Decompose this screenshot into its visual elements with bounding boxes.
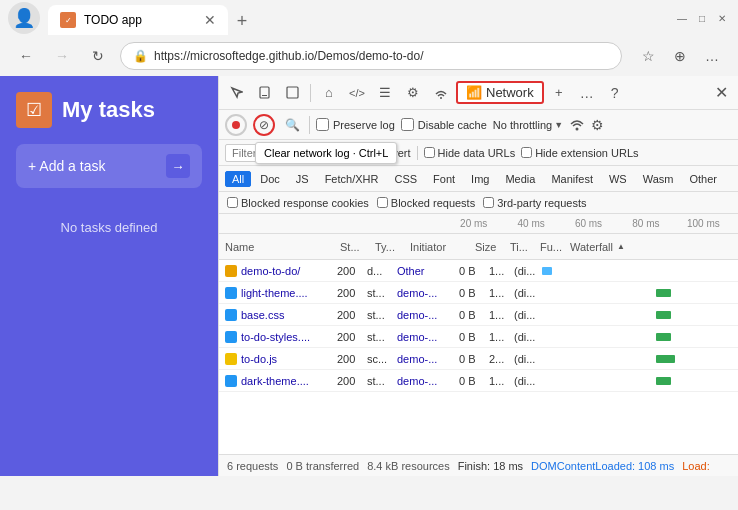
- profile-button[interactable]: 👤: [8, 2, 40, 34]
- row-time: 1...: [489, 331, 514, 343]
- devtools-more-button[interactable]: …: [574, 80, 600, 106]
- devtools-help-button[interactable]: ?: [602, 80, 628, 106]
- table-row[interactable]: to-do.js200sc...demo-...0 B2...(di...: [219, 348, 738, 370]
- table-row[interactable]: dark-theme....200st...demo-...0 B1...(di…: [219, 370, 738, 392]
- hide-data-urls-label: Hide data URLs: [438, 147, 516, 159]
- no-tasks-label: No tasks defined: [16, 220, 202, 235]
- col-header-waterfall[interactable]: Waterfall ▲: [570, 241, 732, 253]
- devtools-performance-icon[interactable]: ⚙: [400, 80, 426, 106]
- row-status: 200: [337, 265, 367, 277]
- clear-log-button[interactable]: ⊘: [253, 114, 275, 136]
- table-header: Name St... Ty... Initiator Size Ti... Fu…: [219, 234, 738, 260]
- disable-cache-input[interactable]: [401, 118, 414, 131]
- forward-button[interactable]: →: [48, 42, 76, 70]
- preserve-log-label: Preserve log: [333, 119, 395, 131]
- add-task-label: + Add a task: [28, 158, 105, 174]
- blocked-response-cookies-checkbox[interactable]: Blocked response cookies: [227, 197, 369, 209]
- back-button[interactable]: ←: [12, 42, 40, 70]
- devtools-add-tab-icon[interactable]: +: [546, 80, 572, 106]
- hide-data-urls-input[interactable]: [424, 147, 435, 158]
- blocked-requests-checkbox[interactable]: Blocked requests: [377, 197, 475, 209]
- more-button[interactable]: …: [698, 42, 726, 70]
- type-tab-doc[interactable]: Doc: [253, 171, 287, 187]
- col-header-name[interactable]: Name: [225, 241, 340, 253]
- type-tab-img[interactable]: Img: [464, 171, 496, 187]
- svg-rect-2: [287, 87, 298, 98]
- row-status: 200: [337, 375, 367, 387]
- throttle-selector[interactable]: No throttling ▼: [493, 119, 563, 131]
- new-tab-button[interactable]: +: [228, 7, 256, 35]
- table-row[interactable]: base.css200st...demo-...0 B1...(di...: [219, 304, 738, 326]
- url-bar[interactable]: 🔒 https://microsoftedge.github.io/Demos/…: [120, 42, 622, 70]
- col-header-initiator[interactable]: Initiator: [410, 241, 475, 253]
- devtools-home-icon[interactable]: ⌂: [316, 80, 342, 106]
- svg-rect-0: [260, 87, 269, 98]
- blocked-requests-label: Blocked requests: [391, 197, 475, 209]
- row-type: st...: [367, 287, 397, 299]
- collections-button[interactable]: ⊕: [666, 42, 694, 70]
- col-header-status[interactable]: St...: [340, 241, 375, 253]
- type-tab-media[interactable]: Media: [498, 171, 542, 187]
- online-indicator-icon[interactable]: [569, 115, 585, 134]
- devtools-source-icon[interactable]: </>: [344, 80, 370, 106]
- hide-extension-urls-input[interactable]: [521, 147, 532, 158]
- window-controls: — □ ✕: [674, 10, 730, 26]
- table-row[interactable]: light-theme....200st...demo-...0 B1...(d…: [219, 282, 738, 304]
- sort-arrow-icon: ▲: [617, 242, 625, 251]
- transferred-size: 0 B transferred: [286, 460, 359, 472]
- timeline-label: 60 ms: [560, 218, 617, 229]
- row-file-icon: [225, 331, 237, 343]
- type-tab-ws[interactable]: WS: [602, 171, 634, 187]
- blocked-cookies-label: Blocked response cookies: [241, 197, 369, 209]
- col-header-size[interactable]: Size: [475, 241, 510, 253]
- timeline-labels: 20 ms40 ms60 ms80 ms100 ms: [445, 218, 732, 229]
- blocked-requests-input[interactable]: [377, 197, 388, 208]
- row-type: st...: [367, 375, 397, 387]
- filter-icon[interactable]: 🔍: [281, 114, 303, 136]
- preserve-log-input[interactable]: [316, 118, 329, 131]
- blocked-cookies-input[interactable]: [227, 197, 238, 208]
- type-tab-all[interactable]: All: [225, 171, 251, 187]
- add-task-button[interactable]: + Add a task →: [16, 144, 202, 188]
- table-row[interactable]: to-do-styles....200st...demo-...0 B1...(…: [219, 326, 738, 348]
- browser-tab[interactable]: ✓ TODO app ✕: [48, 5, 228, 35]
- hide-extension-urls-label: Hide extension URLs: [535, 147, 638, 159]
- timeline-label: 80 ms: [617, 218, 674, 229]
- network-tab-icon: 📶: [466, 85, 482, 100]
- network-settings-icon[interactable]: ⚙: [591, 117, 604, 133]
- table-row[interactable]: demo-to-do/200d...Other0 B1...(di...: [219, 260, 738, 282]
- row-waterfall: [542, 308, 732, 322]
- type-tab-fetchxhr[interactable]: Fetch/XHR: [318, 171, 386, 187]
- tab-close-button[interactable]: ✕: [204, 12, 216, 28]
- preserve-log-checkbox[interactable]: Preserve log: [316, 118, 395, 131]
- disable-cache-checkbox[interactable]: Disable cache: [401, 118, 487, 131]
- third-party-input[interactable]: [483, 197, 494, 208]
- devtools-device-icon[interactable]: [251, 80, 277, 106]
- record-button[interactable]: [225, 114, 247, 136]
- devtools-wifi-icon[interactable]: [428, 80, 454, 106]
- col-header-fu[interactable]: Fu...: [540, 241, 570, 253]
- type-tab-font[interactable]: Font: [426, 171, 462, 187]
- maximize-button[interactable]: □: [694, 10, 710, 26]
- devtools-elements-icon[interactable]: [279, 80, 305, 106]
- type-tab-wasm[interactable]: Wasm: [636, 171, 681, 187]
- type-tab-manifest[interactable]: Manifest: [544, 171, 600, 187]
- hide-data-urls-checkbox[interactable]: Hide data URLs: [424, 147, 516, 159]
- devtools-inspect-icon[interactable]: [223, 80, 249, 106]
- devtools-console-icon[interactable]: ☰: [372, 80, 398, 106]
- devtools-close-button[interactable]: ✕: [708, 80, 734, 106]
- network-tab-button[interactable]: 📶 Network: [456, 81, 544, 104]
- col-header-type[interactable]: Ty...: [375, 241, 410, 253]
- network-controls-bar: ⊘ Clear network log · Ctrl+L 🔍 Preserve …: [219, 110, 738, 140]
- type-tab-css[interactable]: CSS: [387, 171, 424, 187]
- row-waterfall: [542, 330, 732, 344]
- hide-extension-urls-checkbox[interactable]: Hide extension URLs: [521, 147, 638, 159]
- third-party-checkbox[interactable]: 3rd-party requests: [483, 197, 586, 209]
- type-tab-other[interactable]: Other: [682, 171, 724, 187]
- col-header-time[interactable]: Ti...: [510, 241, 540, 253]
- minimize-button[interactable]: —: [674, 10, 690, 26]
- favorites-button[interactable]: ☆: [634, 42, 662, 70]
- type-tab-js[interactable]: JS: [289, 171, 316, 187]
- close-button[interactable]: ✕: [714, 10, 730, 26]
- refresh-button[interactable]: ↻: [84, 42, 112, 70]
